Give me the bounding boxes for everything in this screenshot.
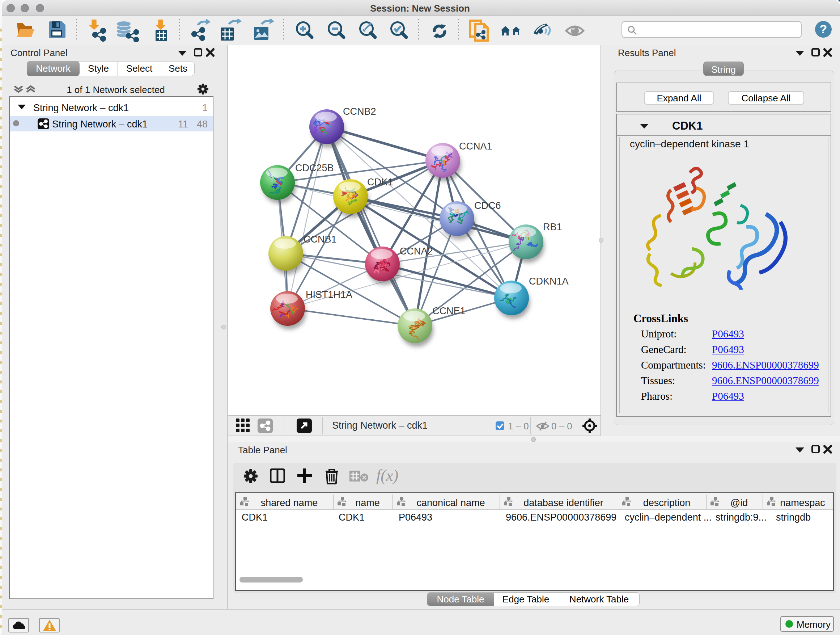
svg-text:CCNB1: CCNB1: [303, 234, 337, 245]
svg-text:RB1: RB1: [543, 222, 562, 233]
svg-text:HIST1H1A: HIST1H1A: [306, 289, 352, 300]
svg-text:CCNB2: CCNB2: [343, 106, 376, 117]
svg-text:CDK1: CDK1: [367, 177, 393, 187]
svg-text:CCNA1: CCNA1: [459, 141, 493, 152]
svg-text:CDKN1A: CDKN1A: [529, 276, 569, 287]
svg-text:CDC25B: CDC25B: [295, 163, 334, 173]
svg-text:CCNE1: CCNE1: [432, 306, 466, 317]
svg-text:CDC6: CDC6: [474, 200, 501, 211]
svg-text:CCNA2: CCNA2: [400, 246, 433, 257]
svg-text:?: ?: [820, 22, 827, 36]
